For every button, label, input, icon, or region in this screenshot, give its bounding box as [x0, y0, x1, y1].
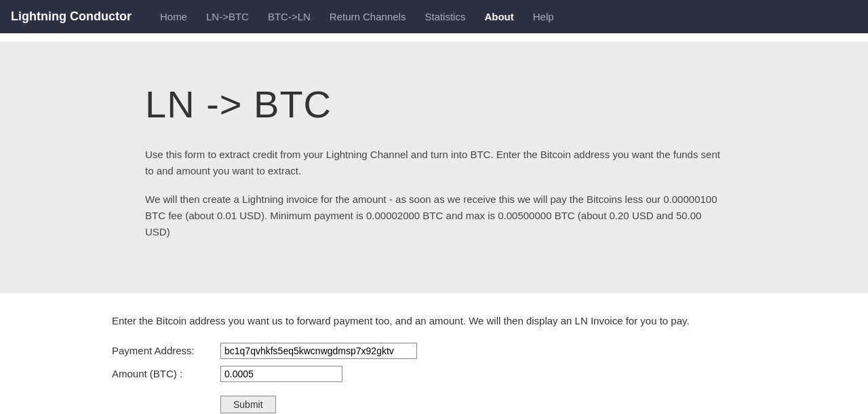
nav-ln-btc[interactable]: LN->BTC — [198, 7, 257, 26]
amount-label: Amount (BTC) : — [112, 368, 220, 379]
navbar: Lightning Conductor Home LN->BTC BTC->LN… — [0, 0, 868, 33]
payment-address-input[interactable] — [220, 343, 417, 359]
hero-section: LN -> BTC Use this form to extract credi… — [0, 41, 868, 293]
form-section: Enter the Bitcoin address you want us to… — [0, 293, 868, 414]
address-label: Payment Address: — [112, 345, 220, 356]
nav-statistics[interactable]: Statistics — [416, 7, 473, 26]
submit-row: Submit — [112, 389, 756, 413]
nav-btc-ln[interactable]: BTC->LN — [260, 7, 319, 26]
hero-paragraph-1: Use this form to extract credit from you… — [145, 147, 723, 179]
hero-title: LN -> BTC — [145, 82, 723, 126]
form-intro-text: Enter the Bitcoin address you want us to… — [112, 314, 756, 329]
amount-input[interactable] — [220, 366, 342, 382]
hero-paragraph-2: We will then create a Lightning invoice … — [145, 191, 723, 240]
app-brand: Lightning Conductor — [11, 10, 132, 24]
nav-return-channels[interactable]: Return Channels — [321, 7, 414, 26]
nav-links: Home LN->BTC BTC->LN Return Channels Sta… — [152, 7, 562, 26]
nav-help[interactable]: Help — [525, 7, 562, 26]
nav-home[interactable]: Home — [152, 7, 195, 26]
nav-about[interactable]: About — [476, 7, 521, 26]
address-row: Payment Address: — [112, 343, 756, 359]
amount-row: Amount (BTC) : — [112, 366, 756, 382]
submit-button[interactable]: Submit — [220, 396, 276, 413]
